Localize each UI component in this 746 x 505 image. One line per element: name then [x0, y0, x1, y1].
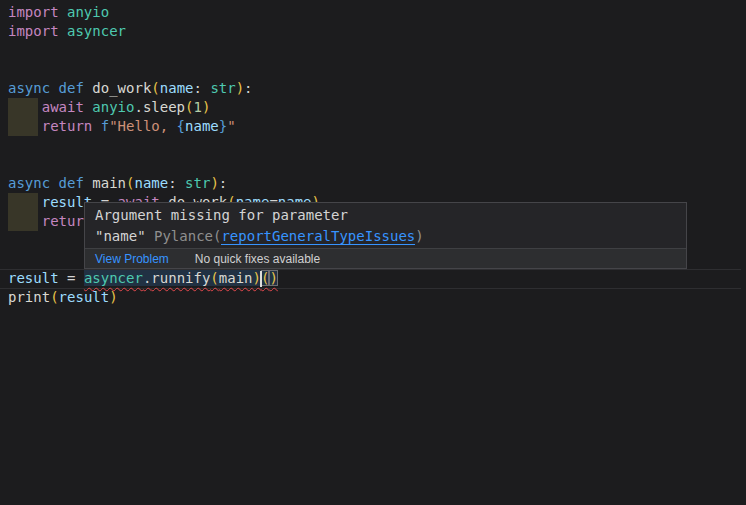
diagnostic-message-line1: Argument missing for parameter	[95, 207, 348, 223]
token: (	[185, 99, 193, 115]
token	[8, 213, 42, 229]
hover-status-bar: View Problem No quick fixes available	[85, 248, 686, 268]
token: }	[219, 118, 227, 134]
token: "Hello,	[109, 118, 176, 134]
token: anyio	[92, 99, 134, 115]
token	[8, 99, 42, 115]
token: asyncer	[84, 270, 143, 286]
token: do_work	[92, 80, 151, 96]
token: (	[210, 270, 218, 286]
code-line-3[interactable]	[0, 41, 746, 60]
token: name	[160, 80, 194, 96]
token	[75, 270, 83, 286]
token: .	[134, 99, 142, 115]
token	[59, 23, 67, 39]
token: sleep	[143, 99, 185, 115]
token: result	[8, 270, 59, 286]
token: )	[210, 175, 218, 191]
code-line-5[interactable]: async def do_work(name: str):	[0, 79, 746, 98]
token: {	[177, 118, 185, 134]
token	[177, 175, 185, 191]
token: )	[109, 289, 117, 305]
token: def	[59, 80, 84, 96]
token: async	[8, 80, 50, 96]
code-line-8[interactable]	[0, 136, 746, 155]
code-line-7[interactable]: return f"Hello, {name}"	[0, 117, 746, 136]
code-line-4[interactable]	[0, 60, 746, 79]
token: main	[219, 270, 253, 286]
token: return	[42, 118, 93, 134]
code-line-2[interactable]: import asyncer	[0, 22, 746, 41]
diagnostic-close-paren: )	[415, 228, 423, 244]
token: :	[194, 80, 202, 96]
text-cursor	[260, 271, 262, 287]
token: def	[59, 175, 84, 191]
token: print	[8, 289, 50, 305]
token: asyncer	[67, 23, 126, 39]
code-line-16[interactable]: print(result)	[0, 288, 746, 307]
token	[59, 4, 67, 20]
token: await	[42, 99, 84, 115]
token: (	[50, 289, 58, 305]
editor-viewport: import anyioimport asyncerasync def do_w…	[0, 0, 746, 505]
token: result	[59, 289, 110, 305]
token: )	[269, 270, 277, 286]
code-line-6[interactable]: await anyio.sleep(1)	[0, 98, 746, 117]
code-line-10[interactable]: async def main(name: str):	[0, 174, 746, 193]
token	[8, 194, 42, 210]
diagnostic-message: Argument missing for parameter"name" Pyl…	[85, 203, 686, 248]
token: main	[92, 175, 126, 191]
token: 1	[194, 99, 202, 115]
token: :	[168, 175, 176, 191]
token	[8, 118, 42, 134]
token: :	[244, 80, 252, 96]
token: anyio	[67, 4, 109, 20]
token: async	[8, 175, 50, 191]
token	[50, 80, 58, 96]
no-quick-fixes-label: No quick fixes available	[195, 252, 320, 266]
token: :	[219, 175, 227, 191]
token: name	[185, 118, 219, 134]
token	[59, 270, 67, 286]
token: str	[210, 80, 235, 96]
token	[92, 118, 100, 134]
code-line-15[interactable]: result = asyncer.runnify(main)()	[0, 269, 746, 288]
token: import	[8, 23, 59, 39]
code-line-9[interactable]	[0, 155, 746, 174]
token: str	[185, 175, 210, 191]
token: )	[202, 99, 210, 115]
token: runnify	[151, 270, 210, 286]
diagnostic-quoted-param: "name"	[95, 228, 146, 244]
code-line-1[interactable]: import anyio	[0, 3, 746, 22]
diagnostic-source: Pylance(	[146, 228, 222, 244]
hover-tooltip: Argument missing for parameter"name" Pyl…	[84, 202, 687, 269]
token	[50, 175, 58, 191]
token: f	[101, 118, 109, 134]
token: import	[8, 4, 59, 20]
token: )	[236, 80, 244, 96]
token: (	[151, 80, 159, 96]
token: name	[134, 175, 168, 191]
token: "	[227, 118, 235, 134]
diagnostic-rule-link[interactable]: reportGeneralTypeIssues	[221, 228, 415, 245]
view-problem-link[interactable]: View Problem	[95, 252, 169, 266]
